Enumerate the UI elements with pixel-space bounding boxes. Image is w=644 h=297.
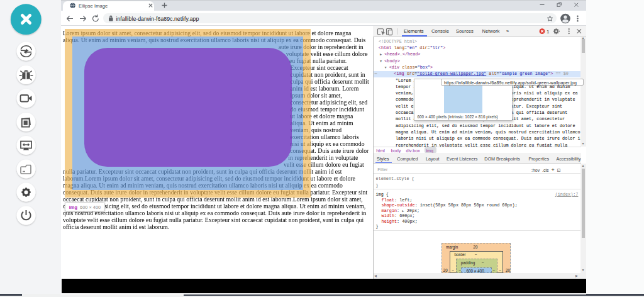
svg-text:1: 1 xyxy=(547,29,550,35)
